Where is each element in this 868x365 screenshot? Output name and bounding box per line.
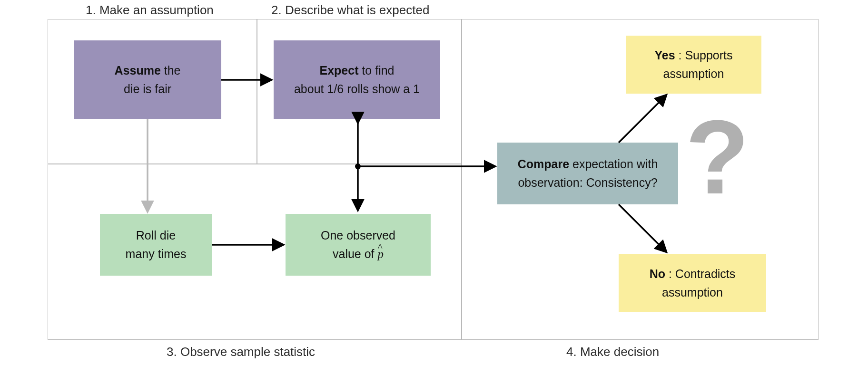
question-mark-icon: ? (685, 97, 749, 218)
node-roll: Roll die many times (100, 214, 212, 276)
label-zone-1: 1. Make an assumption (86, 3, 214, 18)
node-assume: Assume the die is fair (74, 40, 221, 119)
label-zone-4: 4. Make decision (566, 345, 659, 359)
node-no: No : Contradicts assumption (619, 254, 766, 312)
diagram-canvas: 1. Make an assumption 2. Describe what i… (48, 0, 819, 365)
p-hat-symbol: ^p (378, 245, 384, 264)
node-expect: Expect to find about 1/6 rolls show a 1 (274, 40, 440, 119)
node-yes: Yes : Supports assumption (626, 36, 761, 94)
node-observe: One observed value of ^p (286, 214, 431, 276)
node-compare: Compare expectation with observation: Co… (497, 143, 678, 204)
label-zone-3: 3. Observe sample statistic (167, 345, 315, 359)
label-zone-2: 2. Describe what is expected (271, 3, 429, 18)
